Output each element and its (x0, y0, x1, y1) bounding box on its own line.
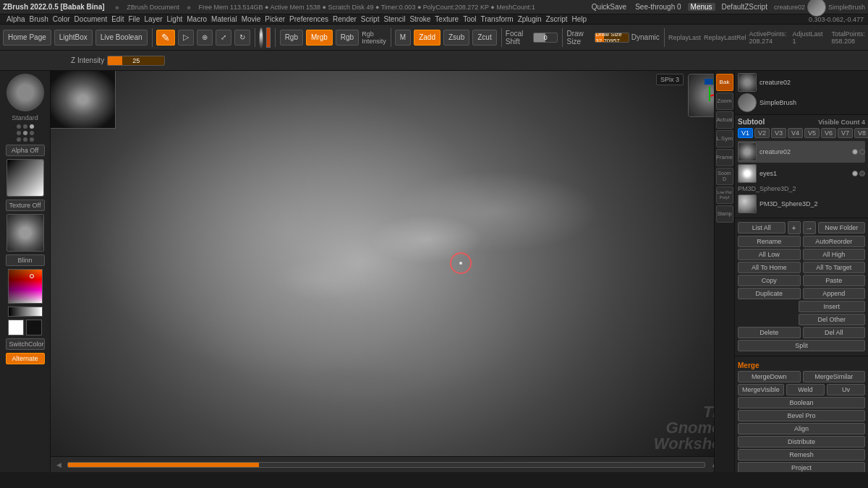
soomd-btn[interactable]: Soom D (716, 168, 733, 185)
menu-zplugin[interactable]: Zplugin (516, 15, 544, 23)
menu-stroke[interactable]: Stroke (407, 15, 433, 23)
bak-btn[interactable]: Bak (716, 74, 733, 91)
alpha-off-btn[interactable]: Alpha Off (6, 145, 45, 156)
v5-tab[interactable]: V5 (804, 128, 820, 138)
duplicate-btn[interactable]: Duplicate (738, 288, 801, 299)
mrgb-btn[interactable]: Mrgb (306, 30, 333, 46)
v7-tab[interactable]: V7 (838, 128, 853, 138)
brush-preview[interactable] (7, 74, 44, 111)
rgb-only-btn[interactable]: Rgb (336, 30, 359, 46)
alpha-preview[interactable] (7, 159, 44, 197)
menu-edit[interactable]: Edit (109, 15, 126, 23)
focal-shift-slider[interactable]: 0 (533, 33, 558, 43)
canvas-thumbnail[interactable] (51, 71, 116, 129)
zsub-btn[interactable]: Zsub (443, 30, 469, 46)
menu-brush[interactable]: Brush (27, 15, 51, 23)
paste-btn[interactable]: Paste (803, 275, 866, 286)
zcut-btn[interactable]: Zcut (472, 30, 496, 46)
default-script-btn[interactable]: DefaultZScript (720, 3, 770, 11)
del-all-btn[interactable]: Del All (803, 327, 866, 338)
v1-tab[interactable]: V1 (738, 128, 753, 138)
del-other-btn[interactable]: Del Other (799, 314, 866, 325)
insert-btn[interactable]: Insert (799, 301, 866, 312)
menu-tool[interactable]: Tool (461, 15, 478, 23)
menu-file[interactable]: File (126, 15, 142, 23)
gradient-bar[interactable] (8, 307, 43, 317)
subtool-item-eyes1[interactable]: eyes1 (738, 163, 865, 184)
menu-light[interactable]: Light (165, 15, 185, 23)
color-btn[interactable] (266, 27, 271, 48)
v6-tab[interactable]: V6 (821, 128, 836, 138)
zoom-btn[interactable]: Zoom (716, 93, 733, 110)
menu-preferences[interactable]: Preferences (287, 15, 331, 23)
uv-btn[interactable]: Uv (827, 384, 865, 395)
swatch-black[interactable] (26, 320, 42, 335)
menu-transform[interactable]: Transform (478, 15, 515, 23)
lightbox-btn[interactable]: LightBox (54, 30, 93, 46)
replay-last-rel[interactable]: ReplayLastRel (704, 34, 746, 41)
list-all-btn[interactable]: List All (738, 222, 786, 234)
rgb-btn[interactable]: Rgb (280, 30, 303, 46)
rename-btn[interactable]: Rename (738, 236, 801, 247)
menu-help[interactable]: Help (570, 15, 590, 23)
copy-btn[interactable]: Copy (738, 275, 801, 286)
canvas-3d[interactable]: SPix 3 The Gnomon Workshop (51, 71, 734, 472)
all-to-home-btn[interactable]: All To Home (738, 262, 801, 273)
v4-tab[interactable]: V4 (788, 128, 803, 138)
subtool-item-creature02[interactable]: creature02 (738, 141, 865, 163)
split-btn[interactable]: Split (738, 340, 865, 351)
menu-picker[interactable]: Picker (263, 15, 287, 23)
frame-btn[interactable]: Frame (716, 149, 733, 166)
list-arrow-icon[interactable]: → (803, 221, 816, 234)
rotate-mode-btn[interactable]: ↻ (234, 30, 250, 46)
subtool-item-sphere[interactable]: PM3D_Sphere3D_2 (738, 193, 865, 215)
stamp-btn[interactable]: Stamp (716, 205, 733, 223)
remesh-btn[interactable]: Remesh (738, 449, 865, 461)
delete-btn[interactable]: Delete (738, 327, 801, 338)
merge-visible-btn[interactable]: MergeVisible (738, 384, 784, 395)
all-high-btn[interactable]: All High (803, 249, 866, 260)
see-through-btn[interactable]: See-through 0 (633, 3, 683, 11)
adjust-last[interactable]: AdjustLast 1 (793, 30, 823, 45)
all-to-target-btn[interactable]: All To Target (803, 262, 866, 273)
merge-down-btn[interactable]: MergeDown (738, 371, 801, 382)
menu-script[interactable]: Script (359, 15, 382, 23)
draw-size-slider[interactable]: Draw Size 32.70957 (595, 33, 629, 43)
polypaint-btn[interactable]: Lne Pol Polyf (716, 187, 733, 204)
swatch-white[interactable] (8, 320, 24, 335)
live-boolean-btn[interactable]: Live Boolean (95, 30, 148, 46)
align-btn[interactable]: Align (738, 423, 865, 435)
weld-btn[interactable]: Weld (786, 384, 825, 395)
boolean-btn[interactable]: Boolean (738, 397, 865, 408)
home-page-btn[interactable]: Home Page (3, 30, 51, 46)
actual-btn[interactable]: Actual (716, 111, 733, 129)
project-btn[interactable]: Project (738, 462, 865, 472)
quicksave-btn[interactable]: QuickSave (590, 3, 629, 11)
menu-movie[interactable]: Movie (239, 15, 263, 23)
cursor-mode-btn[interactable]: ▷ (178, 30, 194, 46)
v2-tab[interactable]: V2 (754, 128, 770, 138)
scale-mode-btn[interactable]: ⤢ (216, 30, 231, 46)
color-picker[interactable] (8, 269, 43, 304)
z-intensity-slider[interactable]: 25 (107, 56, 165, 66)
menu-alpha[interactable]: Alpha (4, 15, 27, 23)
move-mode-btn[interactable]: ⊕ (197, 30, 213, 46)
v3-tab[interactable]: V3 (771, 128, 786, 138)
list-add-icon[interactable]: + (788, 221, 801, 234)
replay-last[interactable]: ReplayLast (668, 34, 701, 41)
menu-stencil[interactable]: Stencil (381, 15, 407, 23)
menus-btn[interactable]: Menus (688, 3, 715, 11)
new-folder-btn[interactable]: New Folder (818, 222, 866, 234)
bevel-pro-btn[interactable]: Bevel Pro (738, 410, 865, 421)
menu-layer[interactable]: Layer (142, 15, 165, 23)
material-sphere[interactable] (259, 27, 263, 48)
auto-reorder-btn[interactable]: AutoReorder (803, 236, 866, 247)
switch-color-btn[interactable]: SwitchColor (6, 338, 45, 350)
menu-render[interactable]: Render (331, 15, 359, 23)
lsym-btn[interactable]: L.Sym (716, 130, 733, 147)
v8-tab[interactable]: V8 (854, 128, 868, 138)
draw-mode-btn[interactable]: ✎ (156, 30, 175, 46)
m-btn[interactable]: M (395, 30, 411, 46)
merge-similar-btn[interactable]: MergeSimilar (803, 371, 866, 382)
all-low-btn[interactable]: All Low (738, 249, 801, 260)
